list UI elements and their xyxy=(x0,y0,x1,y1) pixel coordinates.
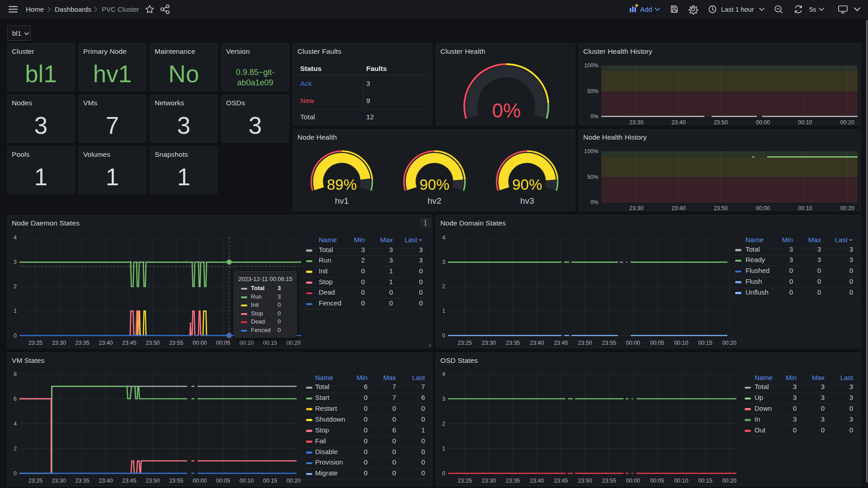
svg-text:23:50: 23:50 xyxy=(714,205,728,211)
svg-text:00:00: 00:00 xyxy=(626,340,640,346)
svg-text:23:50: 23:50 xyxy=(714,119,728,125)
svg-text:23:25: 23:25 xyxy=(458,340,472,346)
svg-text:23:55: 23:55 xyxy=(602,478,616,484)
svg-text:00:20: 00:20 xyxy=(722,340,736,346)
svg-text:4: 4 xyxy=(14,235,17,241)
svg-text:0: 0 xyxy=(442,470,445,477)
svg-text:0: 0 xyxy=(14,333,17,339)
svg-text:90%: 90% xyxy=(512,176,542,193)
svg-text:hv3: hv3 xyxy=(520,196,534,206)
svg-text:2: 2 xyxy=(442,283,445,290)
svg-text:23:30: 23:30 xyxy=(52,478,66,484)
svg-text:3: 3 xyxy=(442,396,445,402)
svg-text:00:15: 00:15 xyxy=(263,340,277,346)
svg-text:23:25: 23:25 xyxy=(28,478,42,484)
svg-text:00:20: 00:20 xyxy=(840,205,854,211)
svg-text:00:00: 00:00 xyxy=(756,205,770,211)
svg-text:50%: 50% xyxy=(587,88,599,94)
svg-text:23:55: 23:55 xyxy=(602,340,616,346)
svg-text:23:35: 23:35 xyxy=(75,478,90,484)
svg-text:2: 2 xyxy=(442,421,445,427)
svg-text:00:00: 00:00 xyxy=(193,340,207,346)
svg-text:00:20: 00:20 xyxy=(287,340,301,346)
svg-text:00:00: 00:00 xyxy=(626,478,640,484)
svg-text:00:10: 00:10 xyxy=(240,478,254,484)
svg-text:50%: 50% xyxy=(587,174,599,180)
svg-text:00:20: 00:20 xyxy=(840,119,854,125)
svg-text:23:45: 23:45 xyxy=(554,478,568,484)
svg-text:90%: 90% xyxy=(420,176,449,193)
svg-text:100%: 100% xyxy=(584,148,599,155)
svg-text:23:25: 23:25 xyxy=(28,340,42,346)
svg-text:3: 3 xyxy=(442,259,445,265)
svg-text:23:35: 23:35 xyxy=(506,478,520,484)
svg-text:8: 8 xyxy=(14,371,17,377)
svg-text:23:50: 23:50 xyxy=(578,340,592,346)
svg-text:23:40: 23:40 xyxy=(671,119,685,125)
svg-text:23:40: 23:40 xyxy=(530,478,544,484)
svg-text:00:10: 00:10 xyxy=(240,340,254,346)
svg-text:00:10: 00:10 xyxy=(674,340,688,346)
svg-text:00:10: 00:10 xyxy=(798,119,812,125)
svg-text:1: 1 xyxy=(14,308,17,314)
svg-text:0: 0 xyxy=(14,470,17,477)
svg-text:23:40: 23:40 xyxy=(530,340,544,346)
svg-text:1: 1 xyxy=(442,446,445,452)
svg-text:0%: 0% xyxy=(492,99,521,122)
svg-text:23:35: 23:35 xyxy=(75,340,90,346)
svg-text:2: 2 xyxy=(14,446,17,452)
svg-text:Last 1 hour: Last 1 hour xyxy=(721,6,754,13)
svg-text:5s: 5s xyxy=(809,6,816,13)
svg-text:2: 2 xyxy=(14,283,17,290)
svg-text:4: 4 xyxy=(14,421,17,427)
svg-text:23:55: 23:55 xyxy=(169,340,183,346)
svg-text:23:45: 23:45 xyxy=(554,340,568,346)
svg-text:100%: 100% xyxy=(584,62,599,69)
svg-text:23:30: 23:30 xyxy=(629,119,643,125)
svg-text:0%: 0% xyxy=(590,113,599,120)
svg-text:00:10: 00:10 xyxy=(798,205,812,211)
svg-text:00:20: 00:20 xyxy=(287,478,301,484)
svg-text:Dashboards: Dashboards xyxy=(55,5,91,13)
svg-text:23:50: 23:50 xyxy=(578,478,592,484)
svg-text:23:50: 23:50 xyxy=(146,340,160,346)
svg-text:00:05: 00:05 xyxy=(216,340,230,346)
svg-text:89%: 89% xyxy=(327,176,357,193)
svg-text:4: 4 xyxy=(442,371,445,377)
svg-text:hv2: hv2 xyxy=(428,196,442,206)
svg-text:23:45: 23:45 xyxy=(122,340,136,346)
svg-text:23:40: 23:40 xyxy=(671,205,685,211)
svg-text:23:50: 23:50 xyxy=(146,478,160,484)
svg-text:6: 6 xyxy=(14,396,17,402)
svg-text:23:30: 23:30 xyxy=(629,205,643,211)
svg-text:PVC Cluster: PVC Cluster xyxy=(102,5,139,13)
svg-text:00:00: 00:00 xyxy=(193,478,207,484)
svg-text:23:40: 23:40 xyxy=(99,340,113,346)
svg-text:23:30: 23:30 xyxy=(482,478,496,484)
svg-text:1: 1 xyxy=(442,308,445,314)
svg-text:3: 3 xyxy=(14,259,17,265)
svg-text:00:15: 00:15 xyxy=(698,478,712,484)
svg-text:00:15: 00:15 xyxy=(263,478,277,484)
svg-text:23:25: 23:25 xyxy=(458,478,472,484)
svg-text:Add: Add xyxy=(640,5,652,13)
svg-text:hv1: hv1 xyxy=(335,196,349,206)
svg-text:00:15: 00:15 xyxy=(698,340,712,346)
svg-text:0%: 0% xyxy=(590,199,599,206)
svg-text:Home: Home xyxy=(26,5,44,13)
svg-text:4: 4 xyxy=(442,235,445,241)
svg-text:00:05: 00:05 xyxy=(216,478,230,484)
svg-text:00:20: 00:20 xyxy=(722,478,736,484)
svg-text:23:40: 23:40 xyxy=(99,478,113,484)
svg-text:00:10: 00:10 xyxy=(674,478,688,484)
svg-text:00:05: 00:05 xyxy=(650,340,664,346)
svg-text:0: 0 xyxy=(442,333,445,339)
svg-text:00:00: 00:00 xyxy=(756,119,770,125)
svg-text:23:55: 23:55 xyxy=(169,478,183,484)
svg-text:23:30: 23:30 xyxy=(52,340,66,346)
svg-text:00:05: 00:05 xyxy=(650,478,664,484)
svg-text:23:45: 23:45 xyxy=(122,478,136,484)
svg-text:23:35: 23:35 xyxy=(506,340,520,346)
svg-text:23:30: 23:30 xyxy=(482,340,496,346)
